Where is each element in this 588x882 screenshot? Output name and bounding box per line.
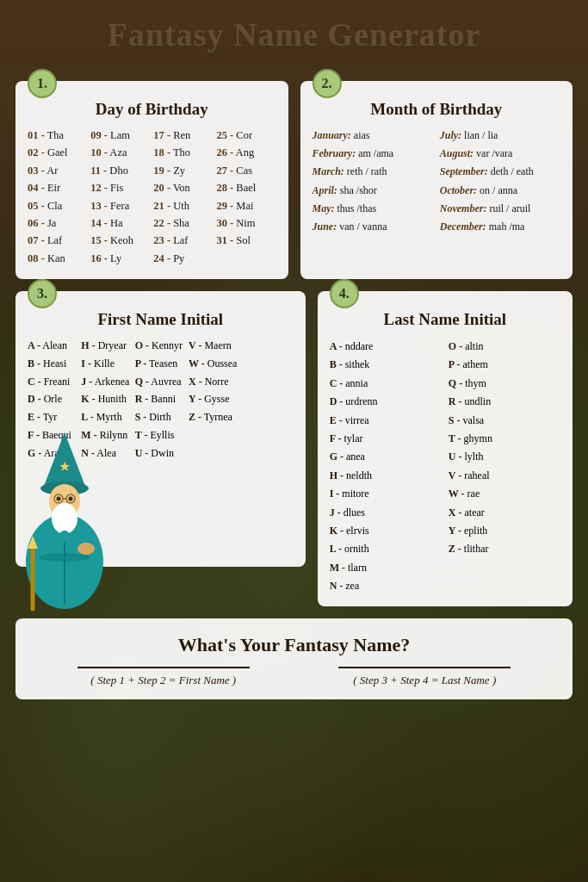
first-initial-item: K - Hunith — [81, 391, 132, 408]
day-item: 04 - Eir — [28, 180, 87, 196]
day-item: 28 - Bael — [216, 180, 275, 196]
first-initial-item: D - Orle — [28, 391, 78, 408]
last-initial-item: V - raheal — [449, 467, 560, 484]
first-initial-item: A - Alean — [28, 338, 78, 355]
last-name-group: ( Step 3 + Step 4 = Last Name ) — [294, 667, 556, 687]
step4-card: 4. Last Name Initial A - nddareO - altin… — [318, 291, 573, 606]
first-initial-item: T - Eyllis — [135, 427, 186, 444]
day-item: 13 - Fera — [90, 198, 150, 214]
day-item: 10 - Aza — [90, 145, 150, 161]
last-initial-item: S - valsa — [449, 412, 560, 429]
day-item: 06 - Ja — [28, 215, 87, 232]
svg-point-15 — [77, 543, 95, 555]
month-item: January: aias — [313, 127, 433, 144]
first-initial-item: C - Freani — [28, 374, 78, 391]
last-initial-item: F - tylar — [330, 430, 442, 447]
last-initial-item — [449, 577, 560, 594]
step1-number: 1. — [28, 69, 57, 98]
month-item: July: lian / lia — [440, 127, 560, 144]
first-initial-item: U - Dwin — [135, 445, 186, 463]
last-initial-item: O - altin — [449, 338, 560, 355]
day-item: 26 - Ang — [216, 145, 275, 161]
day-item: 16 - Ly — [90, 251, 150, 267]
first-initial-item — [189, 445, 239, 463]
day-item: 19 - Zy — [153, 163, 213, 179]
month-item: August: var /vara — [440, 146, 560, 162]
day-item — [216, 251, 275, 267]
month-item: March: reth / rath — [313, 164, 433, 180]
first-initial-item: Y - Gysse — [189, 391, 239, 408]
last-initial-item: H - neldth — [330, 467, 442, 484]
step2-title: Month of Birthday — [313, 100, 561, 119]
last-initial-item: W - rae — [449, 485, 560, 502]
first-initial-item: X - Norre — [189, 374, 239, 391]
day-item: 23 - Laf — [153, 233, 213, 249]
step3-number: 3. — [28, 279, 57, 308]
step2-number: 2. — [313, 69, 342, 98]
fantasy-question: What's Your Fantasy Name? — [33, 634, 555, 656]
step1-title: Day of Birthday — [28, 100, 276, 119]
last-grid: A - nddareO - altinB - sithekP - athemC … — [330, 338, 560, 594]
day-item: 31 - Sol — [216, 233, 275, 249]
month-item: November: ruil / aruil — [440, 201, 560, 217]
first-initial-item: B - Heasi — [28, 356, 78, 373]
first-initial-item — [242, 391, 293, 408]
last-initial-item: J - dlues — [330, 504, 442, 521]
last-initial-item: X - atear — [449, 504, 560, 521]
day-item: 08 - Kan — [28, 251, 87, 267]
last-initial-item: A - nddare — [330, 338, 442, 355]
first-initial-item: H - Dryear — [81, 338, 132, 355]
last-initial-item: N - zea — [330, 577, 442, 594]
month-item: May: thus /thas — [313, 201, 433, 217]
step1-card: 1. Day of Birthday 01 - Tha09 - Lam17 - … — [15, 81, 288, 279]
month-item: April: sha /shor — [313, 183, 433, 199]
svg-point-6 — [57, 497, 61, 501]
first-name-line — [77, 667, 250, 668]
last-initial-item: R - undlin — [449, 393, 560, 410]
day-item: 05 - Cla — [28, 198, 87, 214]
wizard-illustration: ★ — [9, 424, 129, 613]
last-initial-item: C - annia — [330, 375, 442, 392]
first-initial-item — [242, 374, 293, 391]
day-item: 27 - Cas — [216, 163, 275, 179]
last-initial-item: I - mitore — [330, 485, 442, 502]
last-initial-item: Z - tlithar — [449, 540, 560, 557]
svg-point-16 — [39, 553, 90, 562]
day-item: 18 - Tho — [153, 145, 213, 161]
month-item: December: mah /ma — [440, 219, 560, 235]
day-item: 01 - Tha — [28, 127, 87, 144]
day-item: 30 - Nim — [216, 215, 275, 232]
day-item: 25 - Cor — [216, 127, 275, 144]
day-item: 24 - Py — [153, 251, 213, 267]
last-name-line — [338, 667, 511, 668]
first-initial-item: Q - Auvrea — [135, 374, 186, 391]
step4-title: Last Name Initial — [330, 310, 560, 329]
day-item: 29 - Mai — [216, 198, 275, 214]
last-initial-item: Y - eplith — [449, 522, 560, 539]
last-initial-item: K - elrvis — [330, 522, 442, 539]
last-initial-item: M - tlarn — [330, 559, 442, 576]
last-name-step-label: ( Step 3 + Step 4 = Last Name ) — [294, 674, 556, 687]
day-item: 17 - Ren — [153, 127, 213, 144]
day-grid: 01 - Tha09 - Lam17 - Ren25 - Cor02 - Gae… — [28, 127, 276, 267]
first-initial-item — [242, 356, 293, 373]
first-initial-item: R - Banni — [135, 391, 186, 408]
first-initial-item: V - Maern — [189, 338, 239, 355]
last-initial-item: Q - thym — [449, 375, 560, 392]
first-initial-item: S - Dirth — [135, 409, 186, 426]
day-item: 15 - Keoh — [90, 233, 150, 249]
last-initial-item: E - virrea — [330, 412, 442, 429]
first-initial-item: Z - Tyrnea — [189, 409, 239, 426]
day-item: 02 - Gael — [28, 145, 87, 161]
bottom-banner: What's Your Fantasy Name? ( Step 1 + Ste… — [15, 618, 573, 699]
day-item: 14 - Ha — [90, 215, 150, 232]
first-initial-item — [242, 445, 293, 463]
last-initial-item — [449, 559, 560, 576]
first-initial-item: O - Kennyr — [135, 338, 186, 355]
day-item: 11 - Dho — [90, 163, 150, 179]
day-item: 22 - Sha — [153, 215, 213, 232]
first-initial-item — [189, 427, 239, 444]
last-initial-item: B - sithek — [330, 356, 442, 373]
day-item: 20 - Von — [153, 180, 213, 196]
day-item: 09 - Lam — [90, 127, 150, 144]
